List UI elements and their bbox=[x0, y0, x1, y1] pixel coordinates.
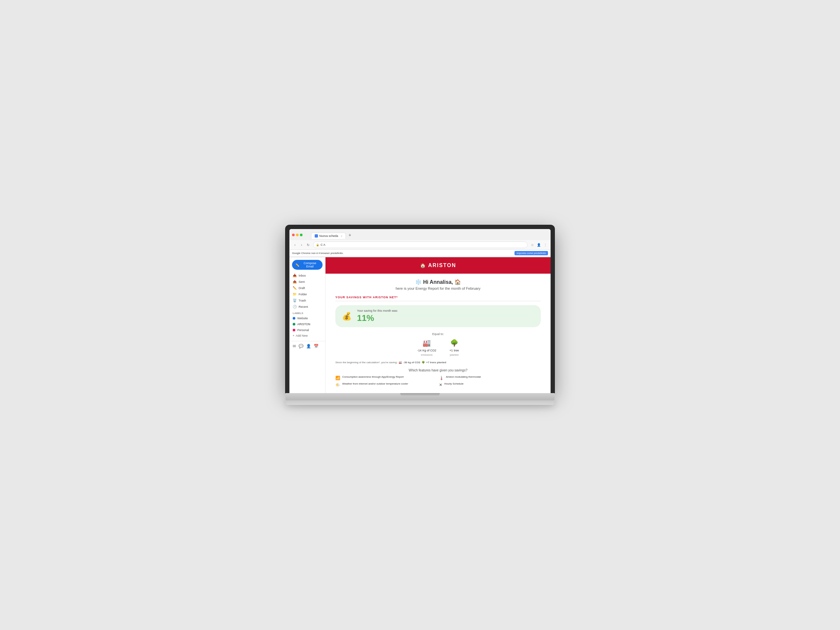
stats-row: 🏭 -14 Kg of CO2 emissions 🌳 +1 tree bbox=[335, 339, 541, 356]
notification-action-btn[interactable]: Imposta come predefinito bbox=[515, 251, 548, 255]
new-tab-btn[interactable]: + bbox=[346, 231, 353, 239]
compose-icon: ✏️ bbox=[295, 263, 299, 267]
sidebar-item-draft[interactable]: ✏️ Draft bbox=[289, 285, 322, 291]
tree-value: +1 tree bbox=[450, 348, 459, 352]
sidebar-item-inbox[interactable]: 📥 Inbox bbox=[289, 272, 322, 279]
feature-label-3: Weather from internet and/or outdoor tem… bbox=[342, 382, 408, 385]
recent-icon: 🕐 bbox=[293, 305, 297, 308]
savings-card: 💰 Your saving for this month was: 11% bbox=[335, 305, 541, 327]
bookmark-btn[interactable]: ☆ bbox=[530, 242, 535, 248]
compose-button[interactable]: ✏️ Compose Email bbox=[292, 260, 322, 270]
notification-bar: Google Chrome non è il browser predefini… bbox=[289, 250, 551, 257]
contacts-icon[interactable]: 👤 bbox=[306, 344, 311, 349]
nav-buttons: ‹ › ↻ bbox=[292, 242, 311, 248]
feature-label-1: Consumption awareness through App/Energy… bbox=[342, 375, 404, 379]
account-btn[interactable]: 👤 bbox=[536, 242, 542, 248]
feature-item-4: ✕ Hourly Schedule bbox=[439, 382, 541, 387]
savings-section-title: YOUR SAVINGS WITH ARISTON NET* bbox=[335, 296, 541, 301]
subtitle-line: here is your Energy Report for the month… bbox=[335, 286, 541, 291]
since-co2: -36 kg of CO2 bbox=[403, 361, 420, 364]
sidebar-item-personal[interactable]: Personal bbox=[289, 327, 322, 333]
back-btn[interactable]: ‹ bbox=[292, 242, 298, 248]
add-label: Add New bbox=[296, 334, 308, 337]
lock-icon: 🔒 bbox=[316, 243, 319, 246]
personal-label: Personal bbox=[297, 328, 309, 332]
co2-label: emissions bbox=[421, 354, 433, 356]
menu-btn[interactable]: ⋮ bbox=[543, 242, 548, 248]
inbox-label: Inbox bbox=[298, 274, 306, 277]
inbox-icon: 📥 bbox=[293, 274, 297, 277]
since-icon: 🏭 bbox=[399, 361, 402, 364]
tree-stat: 🌳 +1 tree planted bbox=[450, 339, 459, 356]
greeting-text: Hi Annalisa, bbox=[423, 279, 453, 285]
savings-card-content: Your saving for this month was: 11% bbox=[357, 309, 534, 323]
add-new-btn[interactable]: + Add New bbox=[289, 333, 325, 338]
dot-close[interactable] bbox=[292, 234, 295, 236]
laptop-bezel: Nuova scheda × + ‹ › ↻ 🔒 C A bbox=[286, 225, 554, 393]
browser-toolbar: ‹ › ↻ 🔒 C A ☆ 👤 ⋮ bbox=[289, 240, 551, 250]
feature-item-1: 📶 Consumption awareness through App/Ener… bbox=[335, 375, 437, 380]
laptop-wrapper: Nuova scheda × + ‹ › ↻ 🔒 C A bbox=[286, 225, 554, 405]
email-body: ❄️ Hi Annalisa, 🏠 here is your Energy Re… bbox=[325, 274, 551, 392]
forward-btn[interactable]: › bbox=[298, 242, 305, 248]
feature-label-2: Ariston modulating thermostat bbox=[446, 375, 481, 379]
app-layout: ✏️ Compose Email 📥 Inbox 📤 Sent ✏️ Draft bbox=[289, 257, 551, 393]
tree-label: planted bbox=[450, 354, 458, 356]
factory-icon: 🏭 bbox=[423, 339, 431, 347]
browser-chrome: Nuova scheda × + ‹ › ↻ 🔒 C A bbox=[289, 229, 551, 257]
laptop-base bbox=[286, 393, 554, 400]
website-label: Website bbox=[297, 317, 308, 320]
sidebar-item-trash[interactable]: 🗑️ Trash bbox=[289, 297, 322, 303]
compose-label: Compose Email bbox=[300, 262, 319, 268]
since-text: Since the beginning of the calculation*,… bbox=[335, 361, 397, 364]
address-bar[interactable]: 🔒 C A bbox=[313, 242, 527, 248]
sidebar-bottom-icons: ✉ 💬 👤 📅 bbox=[289, 341, 325, 351]
window-dots bbox=[292, 234, 303, 236]
notification-text: Google Chrome non è il browser predefini… bbox=[292, 252, 513, 255]
calendar-icon[interactable]: 📅 bbox=[314, 344, 319, 349]
sent-icon: 📤 bbox=[293, 280, 297, 284]
tab-bar: Nuova scheda × + bbox=[308, 231, 356, 239]
feature-item-2: 🌡️ Ariston modulating thermostat bbox=[439, 375, 541, 380]
add-icon: + bbox=[293, 334, 294, 337]
feature-item-3: 🌤️ Weather from internet and/or outdoor … bbox=[335, 382, 437, 387]
weather-icon: 🌤️ bbox=[335, 382, 340, 387]
sidebar-item-website[interactable]: Website bbox=[289, 315, 322, 321]
recent-label: Recent bbox=[298, 305, 308, 308]
sidebar-item-work[interactable]: ARISTON bbox=[289, 321, 322, 327]
work-dot bbox=[293, 323, 295, 325]
sidebar-item-folder[interactable]: 📁 Folder bbox=[289, 291, 322, 297]
ariston-brand-name: ARISTON bbox=[428, 262, 456, 268]
draft-icon: ✏️ bbox=[293, 286, 297, 290]
personal-dot bbox=[293, 329, 295, 332]
sidebar-item-sent[interactable]: 📤 Sent bbox=[289, 279, 322, 285]
browser-titlebar: Nuova scheda × + bbox=[289, 229, 551, 240]
laptop-bottom bbox=[286, 400, 554, 405]
sidebar: ✏️ Compose Email 📥 Inbox 📤 Sent ✏️ Draft bbox=[289, 257, 325, 393]
browser-actions: ☆ 👤 ⋮ bbox=[530, 242, 548, 248]
tab-close-btn[interactable]: × bbox=[341, 235, 343, 238]
browser-tab[interactable]: Nuova scheda × bbox=[311, 233, 346, 239]
equal-to: Equal to: bbox=[335, 332, 541, 336]
savings-percent: 11% bbox=[357, 313, 534, 323]
labels-section: Labels bbox=[289, 310, 325, 315]
draft-label: Draft bbox=[298, 286, 305, 290]
features-grid: 📶 Consumption awareness through App/Ener… bbox=[335, 375, 541, 387]
thermostat-icon: 🌡️ bbox=[439, 376, 444, 380]
chat-icon[interactable]: 💬 bbox=[298, 344, 303, 349]
savings-label: Your saving for this month was: bbox=[357, 309, 534, 313]
website-dot bbox=[293, 317, 295, 320]
work-label: ARISTON bbox=[297, 322, 310, 326]
dot-maximize[interactable] bbox=[300, 234, 303, 236]
since-line: Since the beginning of the calculation*,… bbox=[335, 361, 541, 364]
refresh-btn[interactable]: ↻ bbox=[305, 242, 311, 248]
mail-icon[interactable]: ✉ bbox=[293, 344, 296, 349]
email-content[interactable]: 🏠 ARISTON ❄️ Hi Annalisa, 🏠 here is your… bbox=[325, 257, 551, 393]
dot-minimize[interactable] bbox=[296, 234, 298, 236]
ariston-home-icon: 🏠 bbox=[420, 263, 426, 268]
wifi-icon: 📶 bbox=[335, 376, 340, 380]
sidebar-item-recent[interactable]: 🕐 Recent bbox=[289, 303, 322, 310]
tab-title: Nuova scheda bbox=[319, 234, 338, 238]
sent-label: Sent bbox=[298, 280, 305, 284]
ariston-email-header: 🏠 ARISTON bbox=[325, 257, 551, 274]
